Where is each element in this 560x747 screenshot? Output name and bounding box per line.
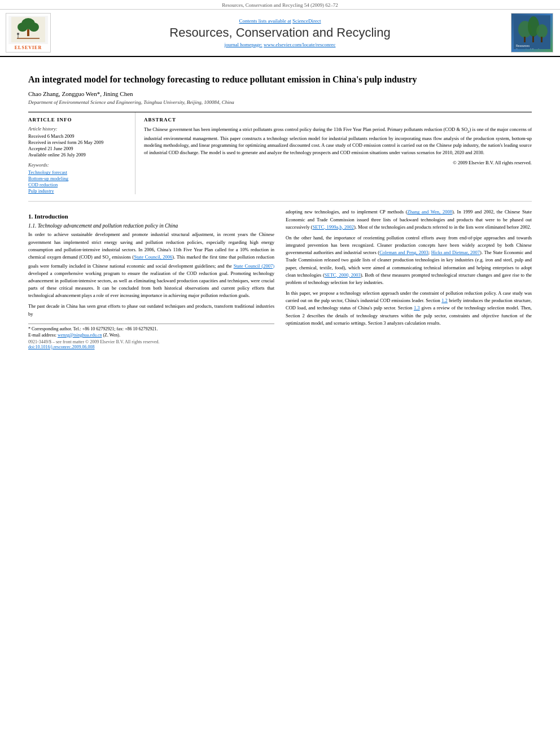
- article-meta-section: ARTICLE INFO Article history: Received 6…: [28, 112, 532, 194]
- body-para-3: adopting new technologies, and to implem…: [286, 208, 532, 231]
- body-para-5: In this paper, we propose a technology s…: [286, 290, 532, 327]
- section-1-heading: 1. Introduction: [28, 213, 274, 220]
- svg-rect-14: [541, 37, 542, 42]
- body-col-right: adopting new technologies, and to implem…: [286, 208, 532, 349]
- ref-coleman-peng[interactable]: Coleman and Peng, 2003: [379, 250, 428, 255]
- article-title: An integrated model for technology forec…: [28, 73, 532, 86]
- authors: Chao Zhang, Zongguo Wen*, Jining Chen: [28, 90, 532, 97]
- elsevier-text: ELSEVIER: [15, 45, 42, 50]
- keywords-label: Keywords:: [28, 162, 129, 168]
- svg-point-11: [536, 24, 548, 38]
- svg-point-2: [18, 23, 28, 32]
- svg-point-3: [29, 23, 39, 32]
- journal-homepage: journal homepage: www.elsevier.com/locat…: [225, 42, 336, 47]
- top-bar: Resources, Conservation and Recycling 54…: [0, 0, 560, 10]
- footnote-corresponding: * Corresponding author. Tel.: +86 10 627…: [28, 326, 274, 331]
- ref-state-council-2006[interactable]: State Council, 2006: [134, 254, 172, 260]
- history-received: Received 6 March 2009: [28, 133, 129, 139]
- journal-title-header: Resources, Conservation and Recycling: [169, 25, 390, 40]
- science-direct-text[interactable]: ScienceDirect: [292, 18, 321, 24]
- keyword-3[interactable]: COD reduction: [28, 182, 129, 187]
- journal-url[interactable]: www.elsevier.com/locate/resconrec: [264, 42, 335, 47]
- journal-thumb-text: Resources Conservation & Recycling: [514, 15, 550, 51]
- doi-line[interactable]: doi:10.1016/j.resconrec.2009.06.008: [28, 344, 274, 350]
- body-para-1: In order to achieve sustainable developm…: [28, 231, 274, 299]
- ref-section-1-2[interactable]: 1.2: [441, 298, 448, 303]
- science-direct-link: Contents lists available at ScienceDirec…: [239, 18, 321, 24]
- history-label: Article history:: [28, 126, 129, 132]
- svg-point-6: [17, 33, 19, 35]
- ref-state-council-2007[interactable]: State Council (2007): [234, 263, 274, 269]
- elsevier-logo-image: [8, 16, 48, 44]
- body-two-col: 1. Introduction 1.1. Technology advancem…: [28, 208, 532, 349]
- ref-zhang-wen-2008[interactable]: Zhang and Wen, 2008: [408, 209, 452, 215]
- keyword-4[interactable]: Pulp industry: [28, 188, 129, 194]
- footnote-email-link[interactable]: wenzg@tsinghua.edu.cn: [58, 333, 102, 338]
- footnote-area: * Corresponding author. Tel.: +86 10 627…: [28, 324, 274, 350]
- issn-line: 0921-3449/$ – see front matter © 2009 El…: [28, 339, 274, 344]
- svg-rect-4: [27, 29, 29, 36]
- journal-citation: Resources, Conservation and Recycling 54…: [222, 2, 338, 8]
- history-accepted: Accepted 21 June 2009: [28, 146, 129, 151]
- ref-section-1-3[interactable]: 1.3: [414, 305, 420, 311]
- body-para-2: The past decade in China has seen great …: [28, 303, 274, 317]
- ref-hicks-dietmar[interactable]: Hicks and Dietmar, 2007: [431, 250, 480, 255]
- article-info-column: ARTICLE INFO Article history: Received 6…: [28, 112, 135, 194]
- ref-setc-2000[interactable]: SETC, 2000, 2003: [325, 272, 361, 278]
- journal-header-center: Contents lists available at ScienceDirec…: [56, 13, 504, 53]
- ref-setc-1999[interactable]: SETC, 1999a,b, 2002: [312, 224, 353, 230]
- history-online: Available online 26 July 2009: [28, 152, 129, 158]
- svg-rect-13: [532, 36, 534, 42]
- subsection-1-1-heading: 1.1. Technology advancement and pollutio…: [28, 223, 274, 229]
- copyright-line: © 2009 Elsevier B.V. All rights reserved…: [144, 160, 532, 165]
- history-revised: Received in revised form 26 May 2009: [28, 139, 129, 145]
- footnote-email: E-mail address: wenzg@tsinghua.edu.cn (Z…: [28, 333, 274, 338]
- journal-header: ELSEVIER Contents lists available at Sci…: [0, 10, 560, 57]
- abstract-heading: ABSTRACT: [144, 117, 532, 123]
- svg-text:Resources: Resources: [516, 44, 530, 47]
- elsevier-logo-area: ELSEVIER: [6, 13, 51, 53]
- body-para-4: On the other hand, the importance of reo…: [286, 234, 532, 286]
- journal-thumb-area: Resources Conservation & Recycling: [509, 13, 554, 53]
- abstract-column: ABSTRACT The Chinese government has been…: [144, 112, 532, 194]
- keyword-2[interactable]: Bottom-up modeling: [28, 176, 129, 181]
- article-info-heading: ARTICLE INFO: [28, 117, 129, 123]
- article-content: An integrated model for technology forec…: [0, 57, 560, 358]
- body-col-left: 1. Introduction 1.1. Technology advancem…: [28, 208, 274, 349]
- journal-thumbnail: Resources Conservation & Recycling: [511, 13, 553, 53]
- keywords-section: Keywords: Technology forecast Bottom-up …: [28, 162, 129, 194]
- abstract-text: The Chinese government has been implemen…: [144, 126, 532, 156]
- svg-text:Conservation & Recycling: Conservation & Recycling: [516, 48, 542, 49]
- keyword-1[interactable]: Technology forecast: [28, 169, 129, 175]
- section-divider: [28, 201, 532, 202]
- affiliation: Department of Environmental Science and …: [28, 99, 532, 105]
- elsevier-logo: ELSEVIER: [6, 13, 51, 53]
- svg-rect-12: [524, 37, 526, 42]
